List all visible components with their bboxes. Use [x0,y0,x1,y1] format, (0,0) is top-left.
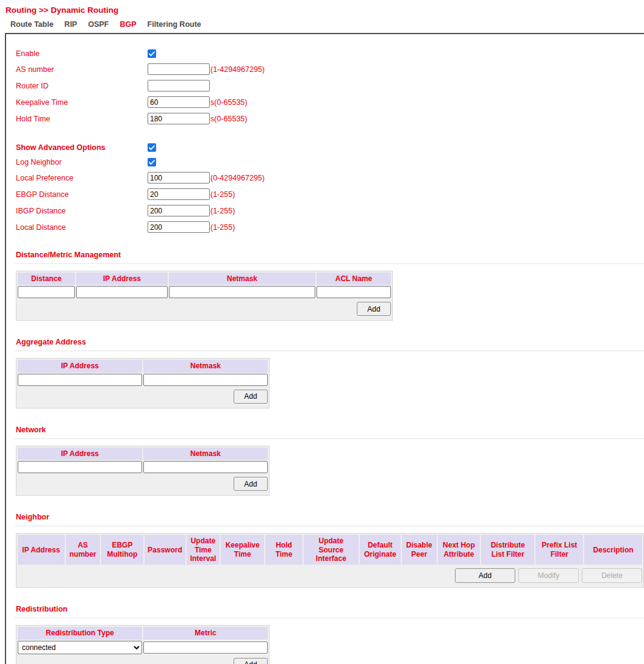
distance-metric-add-button[interactable]: Add [357,302,391,316]
ebgp-distance-input[interactable] [148,188,210,200]
metric-input[interactable] [143,641,268,654]
ibgp-distance-label: IBGP Distance [16,207,148,215]
neighbor-delete-button[interactable]: Delete [582,568,642,583]
show-advanced-checkbox[interactable] [148,143,156,152]
col-description: Description [584,535,642,565]
col-ebgp-multihop: EBGP Multihop [101,535,143,565]
col-ip-address: IP Address [18,448,142,460]
col-netmask: Netmask [143,360,268,372]
as-number-input[interactable] [148,63,210,75]
redistribution-table: Redistribution Type Metric connected Add [16,625,270,664]
table-header-row: Distance IP Address Netmask ACL Name [18,273,391,285]
tab-filtering-route[interactable]: Filtering Route [142,17,207,33]
neighbor-add-button[interactable]: Add [455,568,515,583]
tab-rip[interactable]: RIP [59,17,83,33]
section-divider [15,618,644,618]
check-icon [149,160,155,165]
local-preference-row: Local Preference (0-4294967295) [16,170,644,186]
hold-time-hint: s(0-65535) [210,115,247,123]
as-number-label: AS number [16,65,148,74]
col-keepalive-time: Keepalive Time [221,535,264,565]
col-acl-name: ACL Name [317,273,391,285]
table-action-row: Add [18,387,268,407]
col-ip-address: IP Address [76,273,168,285]
keepalive-time-row: Keepalive Time s(0-65535) [16,94,644,110]
enable-row: Enable [16,46,644,61]
network-table: IP Address Netmask Add [16,446,270,496]
show-advanced-label: Show Advanced Options [16,143,148,152]
table-input-row [18,286,391,298]
col-distribute-list-filter: Distribute List Filter [481,535,534,565]
router-id-input[interactable] [148,80,210,91]
enable-checkbox[interactable] [148,49,156,58]
section-divider [15,438,644,439]
keepalive-time-hint: s(0-65535) [210,98,247,107]
col-prefix-list-filter: Prefix List Filter [535,535,583,565]
table-input-row [18,374,268,386]
keepalive-time-input[interactable] [148,96,210,108]
network-add-button[interactable]: Add [234,477,268,491]
local-distance-hint: (1-255) [210,223,235,232]
ebgp-distance-label: EBGP Distance [16,190,148,199]
section-divider [15,263,644,264]
col-update-source-interface: Update Source Interface [304,535,359,565]
col-next-hop-attribute: Next Hop Attribute [438,535,480,565]
show-advanced-row: Show Advanced Options [16,140,644,155]
local-preference-input[interactable] [148,172,210,184]
section-divider [15,351,644,351]
enable-label: Enable [16,49,148,58]
section-divider [15,526,644,526]
table-header-row: Redistribution Type Metric [18,627,268,639]
table-action-row: Add [18,655,268,664]
router-id-row: Router ID [16,77,644,94]
tab-bgp[interactable]: BGP [115,17,142,33]
col-redistribution-type: Redistribution Type [18,627,142,639]
tab-route-table[interactable]: Route Table [5,17,59,33]
col-password: Password [145,535,185,565]
hold-time-label: Hold Time [16,115,148,123]
table-header-row: IP Address Netmask [18,448,268,460]
ebgp-distance-hint: (1-255) [210,190,235,199]
redistribution-add-button[interactable]: Add [234,658,268,664]
keepalive-time-label: Keepalive Time [16,98,148,107]
as-number-hint: (1-4294967295) [210,65,265,74]
ibgp-distance-row: IBGP Distance (1-255) [16,202,644,219]
netmask-input[interactable] [169,286,315,298]
hold-time-input[interactable] [148,113,210,124]
spacer [16,127,644,140]
local-distance-input[interactable] [148,221,210,233]
network-title: Network [16,426,644,434]
local-distance-label: Local Distance [16,223,148,232]
aggregate-netmask-input[interactable] [143,374,268,386]
col-hold-time: Hold Time [265,535,302,565]
network-netmask-input[interactable] [143,461,268,473]
hold-time-row: Hold Time s(0-65535) [16,110,644,127]
table-header-row: IP Address AS number EBGP Multihop Passw… [18,535,642,565]
col-metric: Metric [143,627,268,639]
distance-metric-title: Distance/Metric Management [16,251,644,259]
check-icon [149,145,155,151]
table-action-row: Add [18,474,268,494]
log-neighbor-label: Log Neighbor [16,158,148,166]
network-ip-input[interactable] [18,461,142,473]
tab-ospf[interactable]: OSPF [82,17,114,33]
col-default-originate: Default Originate [360,535,401,565]
aggregate-add-button[interactable]: Add [234,390,268,404]
log-neighbor-row: Log Neighbor [16,155,644,170]
table-header-row: IP Address Netmask [18,360,268,372]
ip-address-input[interactable] [76,286,168,298]
col-netmask: Netmask [169,273,315,285]
col-as-number: AS number [66,535,100,565]
aggregate-ip-input[interactable] [18,374,142,386]
redistribution-type-select[interactable]: connected [18,641,142,654]
table-input-row [18,461,268,473]
acl-name-input[interactable] [317,286,391,298]
col-netmask: Netmask [143,448,268,460]
log-neighbor-checkbox[interactable] [148,158,156,166]
neighbor-title: Neighbor [16,513,644,521]
ibgp-distance-input[interactable] [148,205,210,216]
neighbor-modify-button[interactable]: Modify [518,568,579,583]
distance-input[interactable] [18,286,75,298]
local-preference-hint: (0-4294967295) [210,174,265,182]
table-input-row: connected [18,641,268,654]
